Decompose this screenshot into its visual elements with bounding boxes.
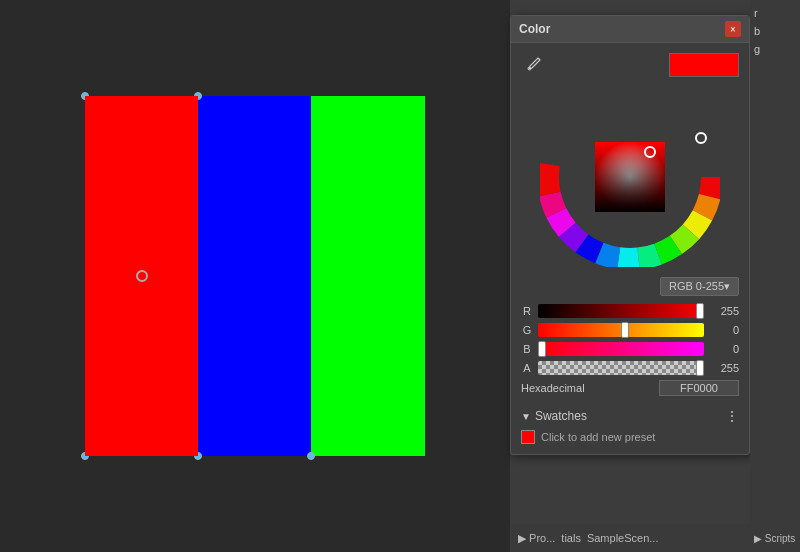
hex-row: Hexadecimal <box>521 380 739 396</box>
b-slider-row: B 0 <box>521 342 739 356</box>
color-block-red <box>85 96 198 456</box>
hex-label: Hexadecimal <box>521 382 585 394</box>
color-wheel-container[interactable] <box>521 87 739 267</box>
color-wheel[interactable] <box>540 87 720 267</box>
top-row <box>521 53 739 77</box>
a-slider-track[interactable] <box>538 361 704 375</box>
bottom-item-tials: tials <box>561 532 581 544</box>
bottom-scripts: ▶ Scripts <box>750 524 800 552</box>
add-preset-button[interactable]: Click to add new preset <box>541 431 655 443</box>
color-dialog: Color × <box>510 15 750 455</box>
swatches-arrow-icon: ▼ <box>521 411 531 422</box>
b-slider-track[interactable] <box>538 342 704 356</box>
hue-selector <box>696 133 706 143</box>
eyedropper-icon <box>524 56 542 74</box>
r-slider-thumb[interactable] <box>696 303 704 319</box>
g-slider-track[interactable] <box>538 323 704 337</box>
a-slider-thumb[interactable] <box>696 360 704 376</box>
r-slider-track[interactable] <box>538 304 704 318</box>
swatches-section: ▼ Swatches ⋮ <box>521 408 739 424</box>
mode-button[interactable]: RGB 0-255▾ <box>660 277 739 296</box>
g-slider-row: G 0 <box>521 323 739 337</box>
bottom-item-pro: ▶ Pro... <box>518 532 555 545</box>
g-slider-thumb[interactable] <box>621 322 629 338</box>
eyedropper-button[interactable] <box>521 53 545 77</box>
dialog-titlebar: Color × <box>511 16 749 43</box>
color-blocks <box>85 96 425 456</box>
close-button[interactable]: × <box>725 21 741 37</box>
scripts-label: ▶ Scripts <box>754 533 795 544</box>
bottom-item-scene: SampleScen... <box>587 532 659 544</box>
sidebar-item-g: g <box>750 41 800 57</box>
swatches-title: Swatches <box>535 409 587 423</box>
center-circle <box>136 270 148 282</box>
mode-selector: RGB 0-255▾ <box>521 277 739 296</box>
g-label: G <box>521 324 533 336</box>
b-slider-thumb[interactable] <box>538 341 546 357</box>
b-label: B <box>521 343 533 355</box>
hex-input[interactable] <box>659 380 739 396</box>
canvas-area <box>0 0 510 552</box>
r-slider-row: R 255 <box>521 304 739 318</box>
a-label: A <box>521 362 533 374</box>
swatches-body: Click to add new preset <box>521 430 739 444</box>
swatches-title-row: ▼ Swatches <box>521 409 587 423</box>
sidebar-item-b: b <box>750 23 800 39</box>
sidebar-item-r: r <box>750 5 800 21</box>
dialog-title: Color <box>519 22 550 36</box>
a-slider-row: A 255 <box>521 361 739 375</box>
color-block-blue <box>198 96 311 456</box>
b-value: 0 <box>709 343 739 355</box>
r-value: 255 <box>709 305 739 317</box>
corner-dot-bm2[interactable] <box>307 452 315 460</box>
a-value: 255 <box>709 362 739 374</box>
g-value: 0 <box>709 324 739 336</box>
color-preview[interactable] <box>669 53 739 77</box>
r-label: R <box>521 305 533 317</box>
dialog-body: RGB 0-255▾ R 255 G 0 B 0 <box>511 43 749 454</box>
swatch-red[interactable] <box>521 430 535 444</box>
color-block-green <box>311 96 425 456</box>
swatches-menu-icon[interactable]: ⋮ <box>725 408 739 424</box>
right-sidebar: r b g <box>750 0 800 552</box>
svg-line-1 <box>534 60 536 62</box>
bottom-bar: ▶ Pro... tials SampleScen... <box>510 524 750 552</box>
